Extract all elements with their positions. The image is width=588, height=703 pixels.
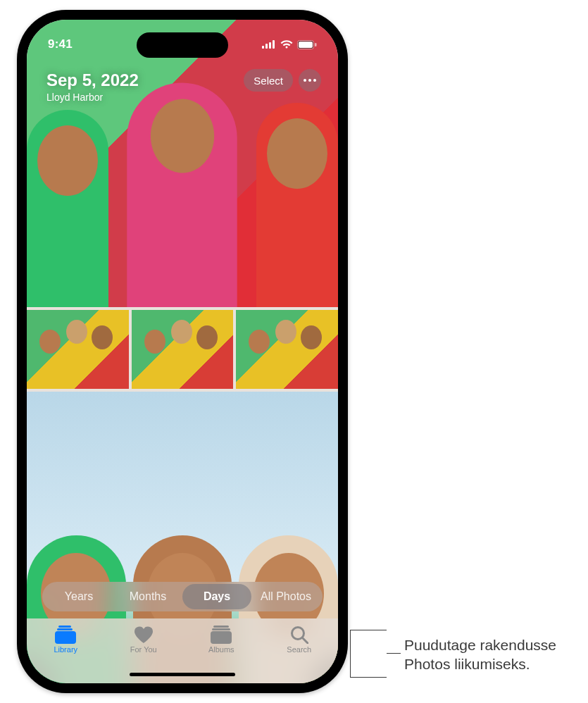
segment-days[interactable]: Days (182, 584, 251, 609)
search-icon (290, 626, 308, 644)
tab-for-you-label: For You (130, 645, 157, 654)
top-actions: Select (244, 69, 321, 92)
photo-subject (27, 110, 108, 307)
svg-point-8 (308, 79, 311, 82)
callout-text: Puudutage rakendusse Photos liikumiseks. (404, 635, 556, 674)
svg-rect-10 (58, 626, 71, 628)
svg-rect-13 (213, 626, 229, 628)
callout-bracket (350, 630, 387, 678)
home-indicator[interactable] (130, 673, 235, 676)
status-icons (262, 40, 317, 49)
dynamic-island (137, 32, 228, 58)
svg-line-17 (303, 638, 308, 643)
ellipsis-icon (304, 79, 316, 82)
callout-line1: Puudutage rakendusse (404, 637, 556, 653)
svg-rect-12 (55, 631, 76, 644)
svg-rect-11 (57, 628, 73, 630)
tab-for-you[interactable]: For You (115, 626, 172, 654)
hero-photo[interactable] (27, 20, 338, 307)
photo-thumbnail[interactable] (132, 310, 234, 389)
select-button[interactable]: Select (244, 69, 293, 92)
svg-rect-6 (315, 43, 317, 46)
svg-rect-14 (212, 628, 230, 630)
photo-subject (256, 103, 338, 307)
tab-search[interactable]: Search (271, 626, 327, 654)
screen: 9:41 Sep 5, 2022 Lloyd Harbor Select (27, 20, 338, 683)
library-heading: Sep 5, 2022 Lloyd Harbor (46, 70, 139, 103)
tab-search-label: Search (287, 645, 311, 654)
svg-point-7 (304, 79, 306, 82)
callout-line2: Photos liikumiseks. (404, 656, 530, 672)
battery-icon (297, 40, 317, 49)
location-subtitle: Lloyd Harbor (46, 92, 139, 103)
iphone-frame: 9:41 Sep 5, 2022 Lloyd Harbor Select (17, 10, 348, 693)
photo-subject (127, 83, 238, 307)
segment-years[interactable]: Years (44, 584, 113, 609)
svg-rect-5 (299, 42, 313, 48)
segment-all-photos[interactable]: All Photos (251, 584, 320, 609)
svg-rect-2 (269, 42, 271, 49)
svg-point-9 (313, 79, 316, 82)
photo-thumbnail[interactable] (236, 310, 338, 389)
tab-albums[interactable]: Albums (193, 626, 249, 654)
tab-albums-label: Albums (208, 645, 234, 654)
library-icon (55, 626, 76, 644)
thumbnail-row (27, 307, 338, 392)
status-time: 9:41 (48, 37, 73, 51)
svg-rect-1 (265, 44, 268, 49)
callout-leader (387, 653, 401, 654)
date-title: Sep 5, 2022 (46, 70, 139, 90)
segment-months[interactable]: Months (113, 584, 182, 609)
tab-library[interactable]: Library (37, 626, 94, 654)
svg-rect-15 (211, 631, 232, 644)
for-you-icon (134, 626, 154, 644)
svg-rect-3 (273, 40, 275, 49)
more-button[interactable] (299, 69, 321, 92)
view-switcher: Years Months Days All Photos (42, 582, 323, 611)
wifi-icon (280, 40, 293, 49)
svg-rect-0 (262, 46, 264, 49)
tab-library-label: Library (54, 645, 77, 654)
albums-icon (211, 626, 232, 644)
cellular-icon (262, 40, 276, 49)
photo-thumbnail[interactable] (27, 310, 129, 389)
